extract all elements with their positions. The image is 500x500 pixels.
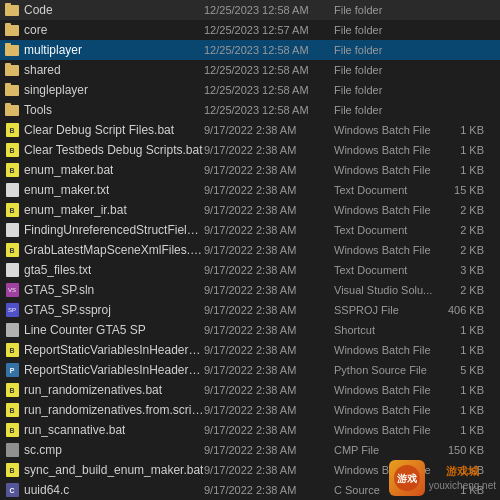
file-date: 9/17/2022 2:38 AM bbox=[204, 264, 334, 276]
file-type: Text Document bbox=[334, 224, 444, 236]
file-name: multiplayer bbox=[24, 43, 82, 57]
file-type: Windows Batch File bbox=[334, 404, 444, 416]
bat-icon: B bbox=[6, 163, 19, 177]
watermark-logo: 游戏 bbox=[389, 460, 425, 496]
folder-icon bbox=[5, 45, 19, 56]
file-name: run_randomizenatives.from.scripts.bat bbox=[24, 403, 204, 417]
table-row[interactable]: Brun_randomizenatives.from.scripts.bat9/… bbox=[0, 400, 500, 420]
table-row[interactable]: core12/25/2023 12:57 AMFile folder bbox=[0, 20, 500, 40]
table-row[interactable]: sc.cmp9/17/2022 2:38 AMCMP File150 KB bbox=[0, 440, 500, 460]
bat-icon: B bbox=[6, 463, 19, 477]
file-name: ReportStaticVariablesInHeaderFiles.bat bbox=[24, 343, 204, 357]
file-date: 12/25/2023 12:57 AM bbox=[204, 24, 334, 36]
cmp-icon bbox=[6, 443, 19, 457]
file-type: File folder bbox=[334, 84, 444, 96]
table-row[interactable]: multiplayer12/25/2023 12:58 AMFile folde… bbox=[0, 40, 500, 60]
file-name: GTA5_SP.ssproj bbox=[24, 303, 111, 317]
bat-icon: B bbox=[6, 203, 19, 217]
file-type: File folder bbox=[334, 4, 444, 16]
file-type: File folder bbox=[334, 44, 444, 56]
table-row[interactable]: BReportStaticVariablesInHeaderFiles.bat9… bbox=[0, 340, 500, 360]
file-date: 9/17/2022 2:38 AM bbox=[204, 384, 334, 396]
file-size: 406 KB bbox=[444, 304, 484, 316]
file-date: 9/17/2022 2:38 AM bbox=[204, 444, 334, 456]
file-size: 2 KB bbox=[444, 204, 484, 216]
ssproj-icon: SP bbox=[6, 303, 19, 317]
file-date: 9/17/2022 2:38 AM bbox=[204, 324, 334, 336]
table-row[interactable]: Tools12/25/2023 12:58 AMFile folder bbox=[0, 100, 500, 120]
table-row[interactable]: VSGTA5_SP.sln9/17/2022 2:38 AMVisual Stu… bbox=[0, 280, 500, 300]
table-row[interactable]: SPGTA5_SP.ssproj9/17/2022 2:38 AMSSPROJ … bbox=[0, 300, 500, 320]
file-type: Windows Batch File bbox=[334, 124, 444, 136]
folder-icon bbox=[5, 5, 19, 16]
file-name: FindingUnreferencedStructFields.txt bbox=[24, 223, 204, 237]
file-name: Line Counter GTA5 SP bbox=[24, 323, 146, 337]
file-name: shared bbox=[24, 63, 61, 77]
file-name: enum_maker.bat bbox=[24, 163, 113, 177]
file-date: 9/17/2022 2:38 AM bbox=[204, 184, 334, 196]
file-explorer: Code12/25/2023 12:58 AMFile foldercore12… bbox=[0, 0, 500, 500]
file-date: 9/17/2022 2:38 AM bbox=[204, 484, 334, 496]
file-type: Shortcut bbox=[334, 324, 444, 336]
file-size: 1 KB bbox=[444, 344, 484, 356]
sln-icon: VS bbox=[6, 283, 19, 297]
lnk-icon bbox=[6, 323, 19, 337]
table-row[interactable]: Code12/25/2023 12:58 AMFile folder bbox=[0, 0, 500, 20]
file-date: 9/17/2022 2:38 AM bbox=[204, 304, 334, 316]
txt-icon bbox=[6, 263, 19, 277]
bat-icon: B bbox=[6, 403, 19, 417]
bat-icon: B bbox=[6, 143, 19, 157]
file-date: 9/17/2022 2:38 AM bbox=[204, 204, 334, 216]
file-date: 9/17/2022 2:38 AM bbox=[204, 464, 334, 476]
file-size: 1 KB bbox=[444, 404, 484, 416]
table-row[interactable]: BClear Testbeds Debug Scripts.bat9/17/20… bbox=[0, 140, 500, 160]
file-name: Clear Debug Script Files.bat bbox=[24, 123, 174, 137]
file-name: enum_maker.txt bbox=[24, 183, 109, 197]
file-name: sync_and_build_enum_maker.bat bbox=[24, 463, 203, 477]
table-row[interactable]: gta5_files.txt9/17/2022 2:38 AMText Docu… bbox=[0, 260, 500, 280]
table-row[interactable]: Line Counter GTA5 SP9/17/2022 2:38 AMSho… bbox=[0, 320, 500, 340]
file-date: 12/25/2023 12:58 AM bbox=[204, 104, 334, 116]
folder-icon bbox=[5, 25, 19, 36]
folder-icon bbox=[5, 85, 19, 96]
folder-icon bbox=[5, 105, 19, 116]
file-date: 9/17/2022 2:38 AM bbox=[204, 424, 334, 436]
table-row[interactable]: Benum_maker_ir.bat9/17/2022 2:38 AMWindo… bbox=[0, 200, 500, 220]
table-row[interactable]: PReportStaticVariablesInHeaderFiles.py9/… bbox=[0, 360, 500, 380]
file-date: 9/17/2022 2:38 AM bbox=[204, 244, 334, 256]
txt-icon bbox=[6, 223, 19, 237]
file-size: 1 KB bbox=[444, 384, 484, 396]
watermark-text: 游戏城 youxicheng.net bbox=[429, 464, 496, 491]
file-list: Code12/25/2023 12:58 AMFile foldercore12… bbox=[0, 0, 500, 500]
file-name: gta5_files.txt bbox=[24, 263, 91, 277]
bat-icon: B bbox=[6, 383, 19, 397]
file-name: singleplayer bbox=[24, 83, 88, 97]
file-date: 9/17/2022 2:38 AM bbox=[204, 124, 334, 136]
file-size: 1 KB bbox=[444, 424, 484, 436]
file-size: 1 KB bbox=[444, 324, 484, 336]
file-type: Windows Batch File bbox=[334, 344, 444, 356]
table-row[interactable]: Benum_maker.bat9/17/2022 2:38 AMWindows … bbox=[0, 160, 500, 180]
file-date: 12/25/2023 12:58 AM bbox=[204, 44, 334, 56]
file-type: CMP File bbox=[334, 444, 444, 456]
table-row[interactable]: singleplayer12/25/2023 12:58 AMFile fold… bbox=[0, 80, 500, 100]
table-row[interactable]: enum_maker.txt9/17/2022 2:38 AMText Docu… bbox=[0, 180, 500, 200]
file-type: SSPROJ File bbox=[334, 304, 444, 316]
file-date: 9/17/2022 2:38 AM bbox=[204, 224, 334, 236]
file-size: 2 KB bbox=[444, 244, 484, 256]
c-icon: C bbox=[6, 483, 19, 497]
table-row[interactable]: Brun_randomizenatives.bat9/17/2022 2:38 … bbox=[0, 380, 500, 400]
file-size: 5 KB bbox=[444, 364, 484, 376]
table-row[interactable]: Brun_scannative.bat9/17/2022 2:38 AMWind… bbox=[0, 420, 500, 440]
table-row[interactable]: shared12/25/2023 12:58 AMFile folder bbox=[0, 60, 500, 80]
file-name: GTA5_SP.sln bbox=[24, 283, 94, 297]
watermark: 游戏 游戏城 youxicheng.net bbox=[389, 460, 496, 496]
file-date: 12/25/2023 12:58 AM bbox=[204, 64, 334, 76]
file-size: 1 KB bbox=[444, 124, 484, 136]
file-type: Windows Batch File bbox=[334, 204, 444, 216]
table-row[interactable]: BClear Debug Script Files.bat9/17/2022 2… bbox=[0, 120, 500, 140]
table-row[interactable]: BGrabLatestMapSceneXmlFiles.bat9/17/2022… bbox=[0, 240, 500, 260]
folder-icon bbox=[5, 65, 19, 76]
table-row[interactable]: FindingUnreferencedStructFields.txt9/17/… bbox=[0, 220, 500, 240]
file-size: 2 KB bbox=[444, 284, 484, 296]
